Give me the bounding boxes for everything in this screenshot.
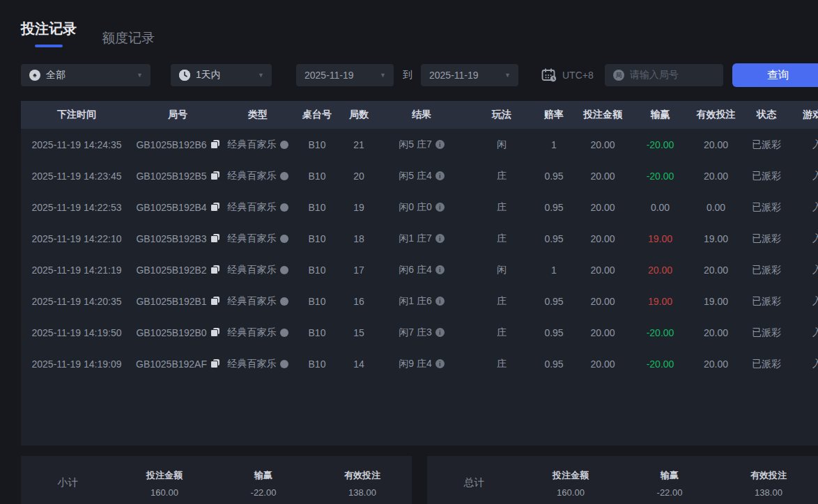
game-type-icon [280, 141, 288, 149]
game-type-icon [280, 203, 288, 212]
cell-valid-bet: 19.00 [686, 296, 746, 307]
cell-valid-bet: 19.00 [686, 233, 746, 244]
cell-round-id: GB1025B192B4 [132, 202, 223, 213]
timezone-label: UTC+8 [562, 70, 594, 81]
game-type-text: 经典百家乐 [228, 358, 277, 370]
cell-play: 庄 [467, 295, 537, 308]
table-row: 2025-11-19 14:19:50 GB1025B192B0 经典百家乐 B… [21, 317, 818, 348]
tab-quota-records-label: 额度记录 [102, 29, 155, 47]
info-icon[interactable]: i [435, 265, 445, 274]
cell-bet-amount: 20.00 [571, 171, 634, 182]
cell-odds: 0.95 [537, 202, 571, 213]
time-range-select[interactable]: 1天内 ▼ [171, 64, 272, 86]
total-bet-amount: 投注金额 160.00 [521, 469, 620, 504]
col-header-type: 类型 [223, 109, 293, 121]
game-type-icon [280, 172, 288, 180]
info-icon[interactable]: i [435, 203, 445, 212]
cell-play: 庄 [467, 326, 537, 339]
chevron-down-icon: ▼ [504, 72, 511, 79]
cell-round-no: 18 [341, 233, 376, 244]
subtotal-bet-amount: 投注金额 160.00 [115, 469, 214, 504]
subtotal-win-loss: 输赢 -22.00 [214, 469, 313, 504]
result-text: 闲7 庄3 [399, 326, 431, 339]
info-icon[interactable]: i [435, 328, 445, 337]
cell-bet-amount: 20.00 [571, 139, 634, 150]
table-row: 2025-11-19 14:23:45 GB1025B192B5 经典百家乐 B… [21, 160, 818, 191]
game-type-select[interactable]: ♠ 全部 ▼ [21, 64, 151, 86]
game-type-text: 经典百家乐 [228, 139, 277, 151]
start-date-picker[interactable]: 2025-11-19 ▼ [296, 64, 394, 86]
cell-win-loss: -20.00 [634, 327, 686, 338]
copy-icon[interactable] [210, 328, 219, 337]
cell-game-mode: 入座 [787, 264, 818, 276]
cell-round-no: 14 [341, 359, 376, 370]
total-valid-bet: 有效投注 138.00 [719, 469, 818, 504]
cell-result: 闲7 庄3 i [376, 326, 467, 339]
cell-game-mode: 入座 [787, 139, 818, 151]
game-type-text: 经典百家乐 [228, 295, 277, 308]
info-icon[interactable]: i [435, 171, 445, 180]
timezone-display: UTC+8 [541, 68, 594, 82]
chevron-down-icon: ▼ [380, 72, 386, 79]
cell-play: 闲 [467, 264, 537, 276]
cell-bet-time: 2025-11-19 14:22:10 [21, 233, 132, 244]
cell-game-mode: 入座 [787, 170, 818, 182]
tab-quota-records[interactable]: 额度记录 [102, 29, 155, 47]
info-icon[interactable]: i [435, 359, 445, 368]
end-date-picker[interactable]: 2025-11-19 ▼ [421, 64, 518, 86]
cell-result: 闲1 庄6 i [376, 295, 467, 308]
table-body: 2025-11-19 14:24:35 GB1025B192B6 经典百家乐 B… [21, 129, 818, 446]
cell-round-id: GB1025B192B1 [132, 296, 223, 307]
col-header-bet-time: 下注时间 [21, 109, 132, 121]
game-type-text: 经典百家乐 [228, 201, 277, 214]
cell-valid-bet: 20.00 [686, 265, 746, 276]
total-win-loss: 输赢 -22.00 [620, 469, 719, 504]
cell-valid-bet: 20.00 [686, 139, 746, 150]
cell-odds: 1 [537, 139, 571, 150]
cell-result: 闲5 庄4 i [376, 170, 467, 182]
cell-game-mode: 入座 [787, 295, 818, 308]
cell-win-loss: 19.00 [634, 296, 686, 307]
copy-icon[interactable] [210, 171, 219, 180]
cell-bet-time: 2025-11-19 14:19:09 [21, 359, 132, 370]
cell-bet-amount: 20.00 [571, 265, 634, 276]
cell-game-mode: 入座 [787, 233, 818, 245]
round-id-input[interactable]: 局 请输入局号 [605, 64, 723, 86]
cell-type: 经典百家乐 [223, 295, 293, 308]
col-header-status: 状态 [746, 109, 787, 121]
game-type-icon [280, 329, 288, 337]
game-type-text: 经典百家乐 [228, 170, 277, 182]
cell-round-id: GB1025B192B2 [132, 265, 223, 276]
game-type-text: 经典百家乐 [228, 326, 277, 339]
total-panel: 总计 投注金额 160.00 输赢 -22.00 有效投注 138.00 [427, 456, 818, 504]
end-date-value: 2025-11-19 [429, 70, 479, 81]
query-button[interactable]: 查询 [732, 63, 818, 87]
cell-type: 经典百家乐 [223, 201, 293, 214]
info-icon[interactable]: i [435, 234, 445, 243]
copy-icon[interactable] [210, 359, 219, 368]
cell-table-no: B10 [293, 296, 341, 307]
copy-icon[interactable] [210, 234, 219, 243]
cell-type: 经典百家乐 [223, 139, 293, 151]
round-id-text: GB1025B192B4 [136, 202, 206, 213]
active-tab-indicator [35, 45, 63, 47]
record-tabs: 投注记录 额度记录 [21, 19, 155, 47]
table-row: 2025-11-19 14:24:35 GB1025B192B6 经典百家乐 B… [21, 129, 818, 160]
cell-table-no: B10 [293, 233, 341, 244]
copy-icon[interactable] [210, 140, 219, 149]
copy-icon[interactable] [210, 203, 219, 212]
game-type-icon [280, 266, 288, 274]
copy-icon[interactable] [210, 297, 219, 306]
round-id-text: GB1025B192B6 [136, 139, 206, 150]
tab-betting-records[interactable]: 投注记录 [21, 19, 77, 47]
table-row: 2025-11-19 14:22:53 GB1025B192B4 经典百家乐 B… [21, 191, 818, 223]
info-icon[interactable]: i [435, 140, 445, 149]
info-icon[interactable]: i [435, 297, 445, 306]
game-type-icon [280, 297, 288, 306]
cell-win-loss: -20.00 [634, 139, 686, 150]
subtotal-label: 小计 [21, 469, 115, 504]
cell-bet-amount: 20.00 [571, 202, 634, 213]
cell-status: 已派彩 [746, 264, 787, 276]
copy-icon[interactable] [210, 265, 219, 274]
cell-odds: 0.95 [537, 233, 571, 244]
